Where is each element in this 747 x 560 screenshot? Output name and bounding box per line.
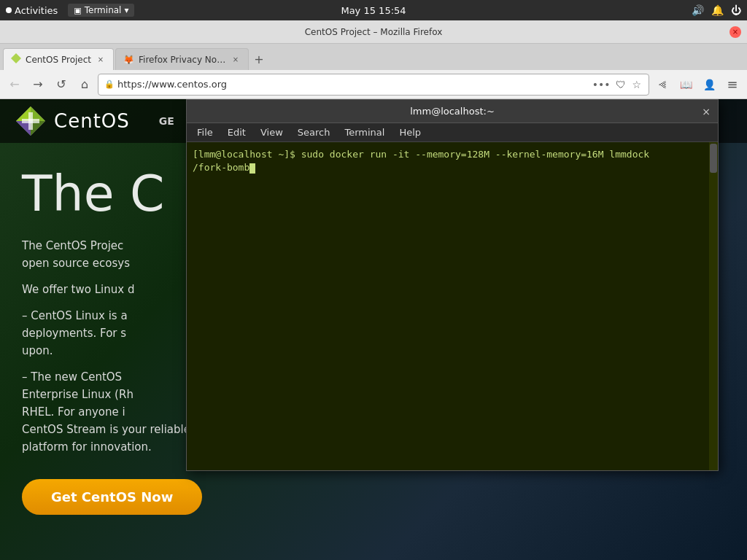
terminal-cursor — [249, 163, 255, 174]
centos-desc-p2: We offer two Linux d — [22, 281, 212, 298]
terminal-arrow-icon: ▾ — [124, 5, 128, 15]
gnome-datetime: May 15 15:54 — [341, 5, 406, 16]
firefox-window: CentOS Project – Mozilla Firefox × CentO… — [0, 20, 747, 560]
url-lock-icon: 🔒 — [104, 79, 115, 89]
terminal-titlebar: lmm@localhost:~ × — [187, 100, 718, 123]
terminal-scrollbar[interactable] — [709, 142, 718, 470]
gnome-activities-button[interactable]: Activities — [6, 5, 58, 16]
pocket-button[interactable]: 📖 — [676, 74, 696, 95]
tab-privacy-favicon: 🦊 — [123, 55, 134, 65]
forward-button[interactable]: → — [28, 74, 48, 95]
terminal-menu-file[interactable]: File — [190, 125, 220, 139]
firefox-content-area: CentOS GE The C The CentOS Projecopen so… — [0, 99, 747, 560]
terminal-menu-edit[interactable]: Edit — [220, 125, 253, 139]
firefox-navbar: ← → ↺ ⌂ 🔒 https://www.centos.org ••• 🛡 ☆… — [0, 70, 747, 99]
tab-privacy-close[interactable]: × — [231, 55, 241, 65]
terminal-body[interactable]: [lmm@localhost ~]$ sudo docker run -it -… — [187, 142, 718, 470]
terminal-command-line1: [lmm@localhost ~]$ sudo docker run -it -… — [193, 148, 712, 161]
terminal-menu-help[interactable]: Help — [392, 125, 428, 139]
terminal-title: lmm@localhost:~ — [204, 106, 700, 117]
activities-dot — [6, 7, 12, 13]
terminal-icon: ▣ — [74, 6, 81, 15]
power-icon[interactable]: ⏻ — [731, 4, 741, 16]
firefox-menu-button[interactable]: ≡ — [722, 74, 743, 95]
home-button[interactable]: ⌂ — [74, 74, 95, 95]
centos-desc-p1: The CentOS Projecopen source ecosys — [22, 237, 212, 272]
tab-centos[interactable]: CentOS Project × — [3, 48, 114, 70]
tab-privacy[interactable]: 🦊 Firefox Privacy Notice — … × — [115, 48, 249, 70]
firefox-titlebar: CentOS Project – Mozilla Firefox × — [0, 20, 747, 44]
tab-privacy-label: Firefox Privacy Notice — … — [139, 55, 226, 65]
new-tab-button[interactable]: + — [250, 50, 268, 68]
gnome-terminal-taskbar[interactable]: ▣ Terminal ▾ — [68, 4, 134, 17]
notification-icon[interactable]: 🔔 — [711, 4, 724, 16]
firefox-window-title: CentOS Project – Mozilla Firefox — [18, 27, 729, 37]
centos-description: The CentOS Projecopen source ecosys We o… — [22, 237, 212, 456]
url-shield-icon[interactable]: 🛡 — [614, 77, 627, 92]
centos-logo-text: CentOS — [54, 110, 130, 132]
tab-centos-favicon — [11, 53, 21, 66]
library-button[interactable]: ⫷ — [652, 74, 673, 95]
reload-button[interactable]: ↺ — [51, 74, 71, 95]
profile-button[interactable]: 👤 — [699, 74, 719, 95]
terminal-menu-terminal[interactable]: Terminal — [337, 125, 392, 139]
centos-logo-icon — [15, 105, 47, 137]
centos-desc-p4: – The new CentOSEnterprise Linux (RhRHEL… — [22, 368, 212, 456]
terminal-menubar: File Edit View Search Terminal Help — [187, 123, 718, 142]
terminal-window: lmm@localhost:~ × File Edit View Search … — [186, 99, 719, 471]
terminal-label: Terminal — [85, 5, 122, 15]
tab-centos-close[interactable]: × — [96, 55, 106, 65]
url-bar[interactable]: 🔒 https://www.centos.org ••• 🛡 ☆ — [98, 74, 649, 96]
gnome-topbar: Activities ▣ Terminal ▾ May 15 15:54 🔊 🔔… — [0, 0, 747, 20]
svg-rect-7 — [22, 119, 39, 123]
url-text: https://www.centos.org — [117, 79, 588, 90]
terminal-scrollthumb[interactable] — [710, 144, 717, 173]
terminal-command-line2: /fork-bomb — [193, 161, 712, 174]
url-more-icon[interactable]: ••• — [591, 77, 612, 92]
back-button[interactable]: ← — [4, 74, 25, 95]
svg-marker-0 — [11, 53, 21, 63]
terminal-menu-search[interactable]: Search — [290, 125, 338, 139]
terminal-close-button[interactable]: × — [700, 106, 712, 117]
centos-desc-p3: – CentOS Linux is adeployments. For supo… — [22, 307, 212, 359]
terminal-menu-view[interactable]: View — [253, 125, 290, 139]
url-bookmark-icon[interactable]: ☆ — [630, 77, 643, 92]
centos-logo: CentOS — [15, 105, 130, 137]
centos-nav-partial: GE — [144, 115, 174, 127]
tab-centos-label: CentOS Project — [26, 55, 91, 65]
firefox-tabbar: CentOS Project × 🦊 Firefox Privacy Notic… — [0, 44, 747, 70]
get-centos-button[interactable]: Get CentOS Now — [22, 479, 202, 515]
volume-icon[interactable]: 🔊 — [692, 4, 704, 16]
firefox-close-button[interactable]: × — [729, 26, 741, 38]
activities-label: Activities — [15, 5, 58, 16]
